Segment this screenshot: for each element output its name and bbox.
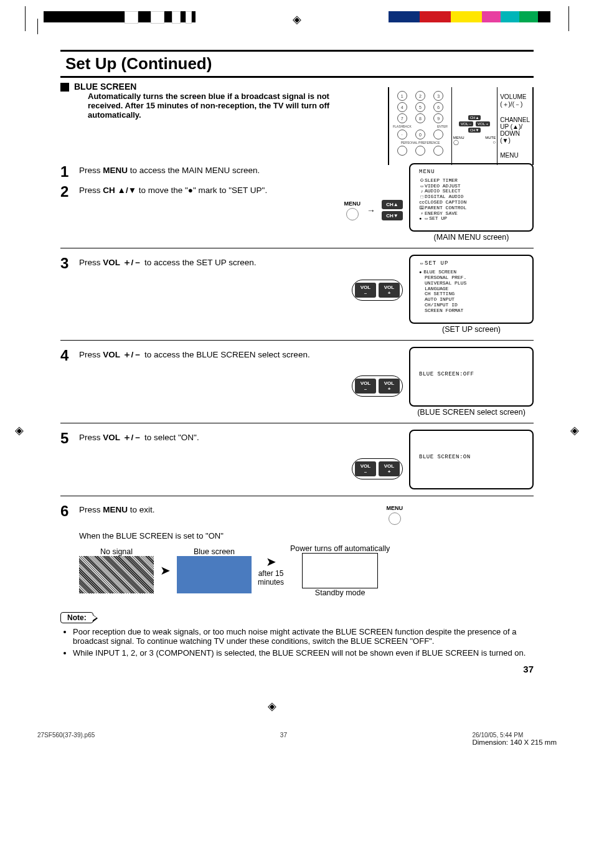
crop-marks-top: ◈ <box>0 0 594 37</box>
arrow-right-icon: → <box>367 205 375 215</box>
registration-mark-icon: ◈ <box>268 700 276 712</box>
note-item: While INPUT 1, 2, or 3 (COMPONENT) is se… <box>73 648 534 658</box>
vol-buttons-icon: VOL – VOL + <box>352 375 403 397</box>
main-menu-screen: MENU ⏲SLEEP TIMER ▭VIDEO ADJUST ♪AUDIO S… <box>409 163 534 242</box>
blue-screen-heading: BLUE SCREEN <box>74 82 349 92</box>
menu-button-icon: MENU <box>387 505 403 525</box>
remote-nav-pad: CH▲ VOL – VOL + CH▼ MENUMUTE ◯○ <box>452 87 497 165</box>
registration-mark-icon: ◈ <box>293 12 301 26</box>
step-1-2: 1 Press MENU to access the MAIN MENU scr… <box>60 157 534 248</box>
blue-screen-flow-diagram: No signal ➤ Blue screen ➤ after 15 minut… <box>79 544 534 597</box>
step-number-6: 6 <box>60 502 79 520</box>
step-6: 6 Press MENU to exit. MENU When the BLUE… <box>60 496 534 603</box>
page-title: Set Up (Continued) <box>65 54 529 73</box>
setup-screen: ▭SET UP BLUE SCREEN PERSONAL PREF. UNIVE… <box>409 255 534 333</box>
step-number-5: 5 <box>60 430 79 447</box>
page-footer: 27SF560(37-39).p65 37 26/10/05, 5:44 PM … <box>0 732 594 746</box>
step-number-4: 4 <box>60 347 79 364</box>
remote-labels: VOLUME(＋)/(－) CHANNELUP (▲)/DOWN (▼) MEN… <box>497 87 532 165</box>
menu-button-icon: MENU <box>344 200 361 220</box>
blue-screen-off-screen: BLUE SCREEN:OFF (BLUE SCREEN select scre… <box>409 347 534 417</box>
arrow-right-icon: ➤ <box>266 554 276 569</box>
registration-mark-icon: ◈ <box>15 423 24 437</box>
arrow-right-icon: ➤ <box>160 563 171 578</box>
step-number-1: 1 <box>60 163 79 181</box>
blue-screen-on-screen: BLUE SCREEN:ON <box>409 430 534 489</box>
remote-keypad: 123 456 789 FLASHBACKENTER ·0 PERSONAL P… <box>389 87 452 165</box>
footer-page: 37 <box>280 732 287 746</box>
ch-down-button-icon: CH▼ <box>382 211 403 220</box>
vol-buttons-icon: VOL – VOL + <box>352 280 403 301</box>
remote-mute-icon: ○ <box>493 139 496 145</box>
vol-buttons-icon: VOL – VOL + <box>352 458 403 479</box>
footer-filename: 27SF560(37-39).p65 <box>37 732 95 746</box>
note-label: Note: <box>60 612 93 623</box>
registration-mark-icon: ◈ <box>570 423 579 437</box>
note-item: Poor reception due to weak signals, or t… <box>73 627 534 646</box>
step-4: 4 Press VOL ＋/－ to access the BLUE SCREE… <box>60 341 534 423</box>
section-marker-icon <box>60 83 69 92</box>
footer-date: 26/10/05, 5:44 PM <box>472 732 557 738</box>
remote-diagram: 123 456 789 FLASHBACKENTER ·0 PERSONAL P… <box>388 87 534 165</box>
blue-screen-body: Automatically turns the screen blue if a… <box>88 92 349 120</box>
footer-dimension: Dimension: 140 X 215 mm <box>472 738 557 746</box>
step-number-2: 2 <box>60 183 79 220</box>
step-3: 3 Press VOL ＋/－ to access the SET UP scr… <box>60 248 534 340</box>
blue-screen-box <box>177 556 252 593</box>
notes-list: Poor reception due to weak signals, or t… <box>64 627 534 658</box>
no-signal-box <box>79 556 154 593</box>
standby-box <box>302 553 378 588</box>
step-number-3: 3 <box>60 255 79 272</box>
step6-subtitle: When the BLUE SCREEN is set to "ON" <box>79 531 534 540</box>
remote-menu-icon: ◯ <box>453 139 459 145</box>
page-number: 37 <box>60 664 534 674</box>
note-arrow-icon <box>93 615 98 622</box>
ch-up-button-icon: CH▲ <box>382 200 403 209</box>
page-title-box: Set Up (Continued) <box>60 50 534 78</box>
step-5: 5 Press VOL ＋/－ to select "ON". VOL – VO… <box>60 423 534 496</box>
